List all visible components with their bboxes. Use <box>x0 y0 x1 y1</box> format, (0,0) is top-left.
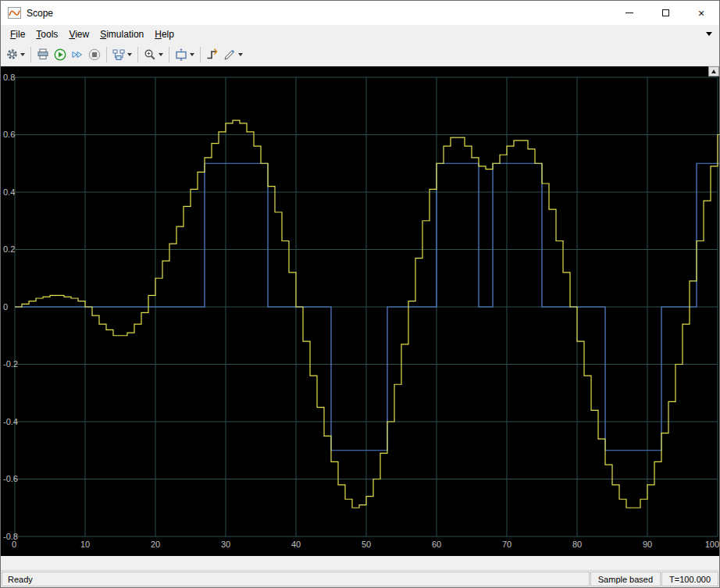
menu-help[interactable]: Help <box>149 27 180 42</box>
print-button[interactable] <box>34 45 52 64</box>
sample-mode-text: Sample based <box>598 575 653 584</box>
run-button[interactable] <box>52 45 69 64</box>
fit-to-view-button[interactable] <box>173 45 197 64</box>
x-tick-label: 50 <box>362 540 371 549</box>
settings-button[interactable] <box>4 45 27 64</box>
plot-area: 01020304050607080901000.80.60.40.20-0.2-… <box>1 66 719 570</box>
x-tick-label: 90 <box>643 540 652 549</box>
menu-bar: File Tools View Simulation Help <box>1 25 719 43</box>
stop-icon <box>88 48 101 61</box>
scope-chart: 01020304050607080901000.80.60.40.20-0.2-… <box>1 66 719 556</box>
x-tick-label: 0 <box>12 540 16 549</box>
status-sample-mode: Sample based <box>590 572 661 586</box>
minimize-icon <box>626 12 633 13</box>
magnifier-icon <box>144 48 156 61</box>
window-controls: × <box>611 1 719 25</box>
trigger-button[interactable] <box>204 45 221 64</box>
stop-button[interactable] <box>86 45 103 64</box>
close-icon: × <box>698 7 704 20</box>
menubar-overflow-icon[interactable] <box>706 32 712 36</box>
step-forward-button[interactable] <box>69 45 86 64</box>
menu-tools[interactable]: Tools <box>30 27 63 42</box>
printer-icon <box>37 48 49 60</box>
y-tick-label: -0.6 <box>3 474 18 483</box>
x-tick-label: 100 <box>705 540 719 549</box>
zoom-dropdown-icon[interactable] <box>159 53 163 56</box>
status-message: Ready <box>2 572 590 586</box>
blocks-icon <box>112 48 125 61</box>
series-signal-1-yellow <box>15 120 719 508</box>
scope-app-icon <box>8 7 21 19</box>
sim-time-text: T=100.000 <box>669 575 711 584</box>
maximize-icon <box>662 9 669 16</box>
close-button[interactable]: × <box>683 1 719 25</box>
gear-icon <box>6 48 18 60</box>
toolbar-separator <box>169 47 169 62</box>
menu-file[interactable]: File <box>5 27 30 42</box>
highlight-block-dropdown-icon[interactable] <box>127 53 132 56</box>
maximize-axes-icon <box>711 69 716 73</box>
x-tick-label: 60 <box>432 540 441 549</box>
window-title: Scope <box>27 8 53 19</box>
highlight-simulink-block-button[interactable] <box>110 45 134 64</box>
y-tick-label: 0.2 <box>3 244 15 254</box>
status-bar: Ready Sample based T=100.000 <box>1 570 719 587</box>
minimize-button[interactable] <box>611 1 647 25</box>
run-icon <box>54 48 66 61</box>
y-tick-label: 0 <box>3 302 8 312</box>
toolbar-separator <box>30 47 31 62</box>
menu-simulation[interactable]: Simulation <box>94 27 149 42</box>
y-tick-label: -0.8 <box>3 532 18 541</box>
y-tick-label: -0.2 <box>3 359 18 369</box>
toolbar-separator <box>200 47 201 62</box>
toolbar-separator <box>137 47 138 62</box>
y-tick-label: 0.6 <box>3 130 15 139</box>
x-tick-label: 20 <box>151 540 160 549</box>
y-tick-label: 0.4 <box>3 187 15 197</box>
settings-dropdown-icon[interactable] <box>20 53 25 56</box>
scope-plot-canvas[interactable]: 01020304050607080901000.80.60.40.20-0.2-… <box>1 66 719 556</box>
maximize-button[interactable] <box>647 1 683 25</box>
fit-view-icon <box>175 48 187 61</box>
x-tick-label: 10 <box>80 540 90 549</box>
toolbar <box>1 43 719 66</box>
x-tick-label: 80 <box>572 540 582 549</box>
x-tick-label: 40 <box>291 540 301 549</box>
status-text: Ready <box>8 575 33 584</box>
zoom-button[interactable] <box>141 45 166 64</box>
menu-view[interactable]: View <box>63 27 94 42</box>
y-tick-label: 0.8 <box>3 73 15 82</box>
status-sim-time: T=100.000 <box>661 572 718 586</box>
toolbar-separator <box>106 47 107 62</box>
trigger-icon <box>206 48 219 61</box>
title-bar: Scope × <box>1 1 719 25</box>
measurements-dropdown-icon[interactable] <box>238 53 243 56</box>
brush-icon <box>223 48 236 61</box>
maximize-axes-button[interactable] <box>708 66 719 77</box>
step-forward-icon <box>71 48 84 61</box>
x-tick-label: 30 <box>221 540 230 549</box>
fit-view-dropdown-icon[interactable] <box>190 53 194 56</box>
y-tick-label: -0.4 <box>3 417 18 426</box>
x-tick-label: 70 <box>502 540 511 549</box>
scope-window: Scope × File Tools View Simulation Help <box>0 0 720 588</box>
measurements-button[interactable] <box>221 45 245 64</box>
